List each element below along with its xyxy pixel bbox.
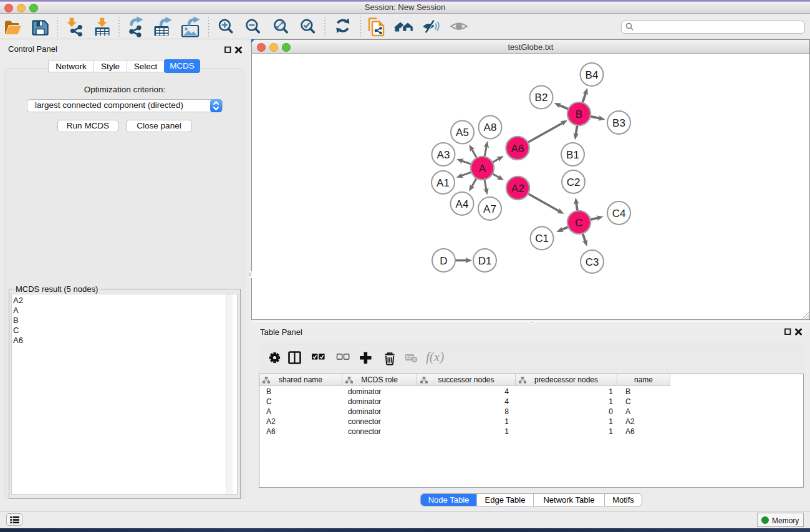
svg-text:D1: D1 <box>478 255 492 267</box>
svg-text:C1: C1 <box>535 233 549 244</box>
svg-text:A7: A7 <box>483 203 496 215</box>
svg-text:A4: A4 <box>456 198 469 210</box>
svg-text:C: C <box>575 217 582 229</box>
svg-text:C3: C3 <box>586 256 599 268</box>
svg-text:A2: A2 <box>511 183 524 195</box>
svg-text:C4: C4 <box>612 208 626 220</box>
svg-text:A3: A3 <box>437 149 450 161</box>
svg-text:B1: B1 <box>566 149 579 161</box>
svg-text:B: B <box>576 109 582 120</box>
svg-text:A8: A8 <box>484 122 497 133</box>
svg-text:A1: A1 <box>436 177 450 189</box>
svg-text:B4: B4 <box>586 69 599 81</box>
svg-text:B3: B3 <box>612 117 625 129</box>
svg-text:A6: A6 <box>511 143 524 155</box>
svg-text:A5: A5 <box>456 127 469 138</box>
svg-text:C2: C2 <box>567 177 581 188</box>
svg-text:B2: B2 <box>535 92 548 104</box>
svg-text:D: D <box>440 255 447 267</box>
svg-text:A: A <box>479 163 486 175</box>
